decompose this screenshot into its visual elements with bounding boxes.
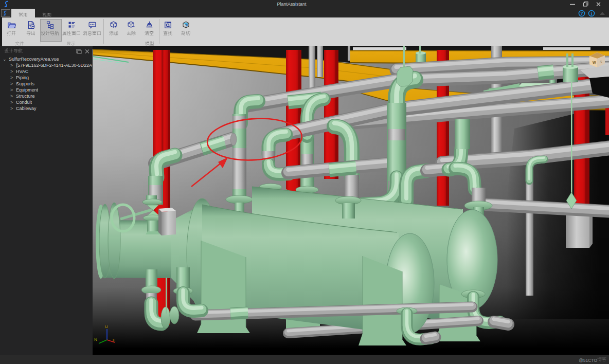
svg-text:N: N: [94, 337, 97, 342]
svg-text:S: S: [600, 60, 602, 64]
svg-text:E: E: [113, 338, 115, 342]
svg-text:U: U: [105, 324, 108, 329]
svg-text:?: ?: [580, 11, 583, 16]
svg-text:i: i: [591, 11, 593, 16]
svg-text:W: W: [593, 61, 596, 64]
